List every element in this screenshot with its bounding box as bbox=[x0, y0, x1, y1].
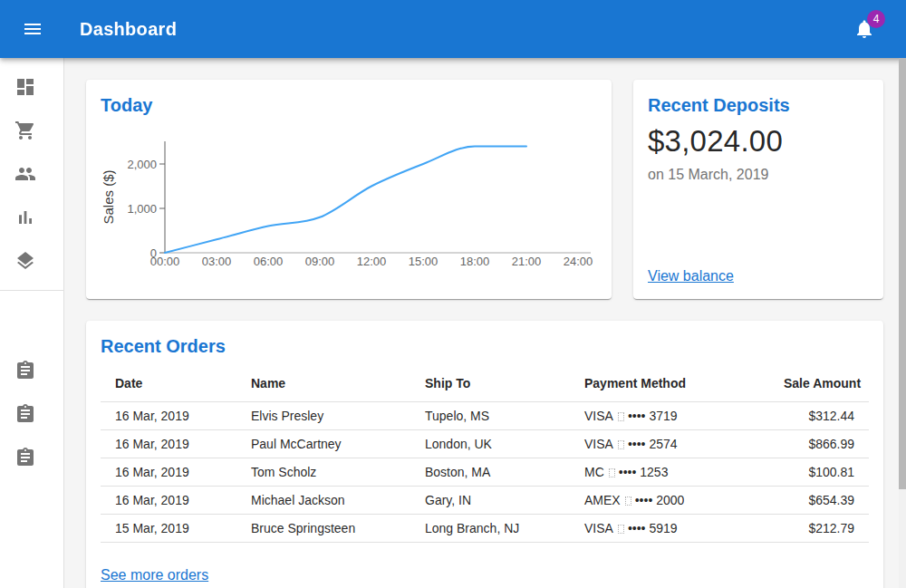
order-date: 16 Mar, 2019 bbox=[101, 487, 236, 515]
vertical-scrollbar-thumb[interactable] bbox=[899, 58, 906, 489]
deposits-spacer bbox=[648, 186, 869, 267]
chart-y-axis-label: Sales ($) bbox=[101, 169, 116, 224]
order-amount: $100.81 bbox=[769, 458, 869, 487]
sidebar-item-assignment[interactable] bbox=[0, 349, 63, 392]
assignment-icon bbox=[14, 447, 36, 468]
see-more-orders-link[interactable]: See more orders bbox=[101, 566, 208, 583]
order-date: 15 Mar, 2019 bbox=[101, 515, 236, 543]
recent-orders-title: Recent Orders bbox=[101, 335, 869, 357]
order-name: Bruce Springsteen bbox=[236, 515, 410, 543]
order-date: 16 Mar, 2019 bbox=[101, 402, 236, 430]
missing-glyph-box bbox=[618, 525, 624, 534]
order-name: Elvis Presley bbox=[236, 402, 410, 430]
svg-text:1,000: 1,000 bbox=[127, 202, 157, 216]
notifications-badge: 4 bbox=[867, 10, 885, 28]
missing-glyph-box bbox=[618, 440, 624, 449]
column-header-name: Name bbox=[236, 362, 410, 402]
table-row: 15 Mar, 2019 Bruce Springsteen Long Bran… bbox=[101, 515, 869, 543]
order-ship-to: London, UK bbox=[410, 430, 570, 458]
order-payment: VISA•••• 3719 bbox=[570, 402, 769, 430]
assignment-icon bbox=[14, 360, 36, 381]
sidebar-item-dashboard[interactable] bbox=[0, 65, 63, 109]
deposit-date: on 15 March, 2019 bbox=[648, 164, 869, 186]
deposit-amount: $3,024.00 bbox=[648, 123, 869, 159]
order-name: Tom Scholz bbox=[236, 458, 410, 487]
svg-text:2,000: 2,000 bbox=[127, 158, 157, 171]
svg-text:03:00: 03:00 bbox=[202, 255, 232, 268]
sidebar-item-assignment[interactable] bbox=[0, 392, 63, 436]
order-payment: VISA•••• 5919 bbox=[570, 515, 769, 543]
svg-text:18:00: 18:00 bbox=[460, 255, 490, 268]
layers-icon bbox=[14, 250, 36, 272]
sales-line-series bbox=[165, 146, 526, 253]
order-amount: $312.44 bbox=[769, 402, 869, 430]
sidebar-item-shopping-cart[interactable] bbox=[0, 109, 63, 152]
main-content: Today 01,0002,00000:0003:0006:0009:0012:… bbox=[64, 58, 906, 588]
recent-deposits-card: Recent Deposits $3,024.00 on 15 March, 2… bbox=[633, 80, 883, 299]
order-amount: $212.79 bbox=[769, 515, 869, 543]
column-header-sale-amount: Sale Amount bbox=[769, 362, 869, 402]
sales-chart-svg: 01,0002,00000:0003:0006:0009:0012:0015:0… bbox=[101, 128, 597, 271]
table-row: 16 Mar, 2019 Elvis Presley Tupelo, MS VI… bbox=[101, 402, 869, 430]
vertical-scrollbar-track bbox=[899, 58, 906, 588]
orders-header-row: Date Name Ship To Payment Method Sale Am… bbox=[101, 362, 869, 402]
shopping-cart-icon bbox=[14, 120, 36, 141]
sidebar-item-assignment[interactable] bbox=[0, 436, 63, 479]
page-title: Dashboard bbox=[80, 19, 843, 40]
sidebar-subheader-space bbox=[0, 291, 63, 342]
people-icon bbox=[14, 163, 36, 185]
order-date: 16 Mar, 2019 bbox=[101, 430, 236, 458]
top-cards-row: Today 01,0002,00000:0003:0006:0009:0012:… bbox=[86, 80, 883, 299]
today-title: Today bbox=[101, 94, 597, 116]
sales-line-chart: 01,0002,00000:0003:0006:0009:0012:0015:0… bbox=[101, 128, 597, 275]
sidebar-secondary-list bbox=[0, 342, 63, 487]
svg-text:24:00: 24:00 bbox=[564, 255, 593, 268]
svg-text:00:00: 00:00 bbox=[150, 255, 180, 268]
sidebar-item-bar-chart[interactable] bbox=[0, 196, 63, 239]
order-ship-to: Gary, IN bbox=[410, 487, 570, 515]
bar-chart-icon bbox=[14, 207, 36, 228]
dashboard-icon bbox=[14, 76, 36, 98]
table-row: 16 Mar, 2019 Tom Scholz Boston, MA MC•••… bbox=[101, 458, 869, 487]
svg-text:12:00: 12:00 bbox=[357, 255, 387, 268]
svg-text:06:00: 06:00 bbox=[254, 255, 284, 268]
order-ship-to: Tupelo, MS bbox=[410, 402, 570, 430]
order-date: 16 Mar, 2019 bbox=[101, 458, 236, 487]
today-card: Today 01,0002,00000:0003:0006:0009:0012:… bbox=[86, 80, 612, 299]
sidebar-item-layers[interactable] bbox=[0, 239, 63, 283]
missing-glyph-box bbox=[618, 412, 624, 421]
recent-deposits-title: Recent Deposits bbox=[648, 94, 869, 116]
svg-text:09:00: 09:00 bbox=[305, 255, 335, 268]
order-name: Paul McCartney bbox=[236, 430, 410, 458]
table-row: 16 Mar, 2019 Paul McCartney London, UK V… bbox=[101, 430, 869, 458]
menu-button[interactable] bbox=[11, 7, 54, 51]
missing-glyph-box bbox=[625, 496, 631, 506]
app-bar: Dashboard 4 bbox=[0, 0, 906, 58]
sidebar-item-people[interactable] bbox=[0, 152, 63, 196]
menu-icon bbox=[22, 18, 43, 40]
orders-table: Date Name Ship To Payment Method Sale Am… bbox=[101, 362, 869, 543]
sidebar bbox=[0, 58, 64, 588]
order-amount: $654.39 bbox=[769, 487, 869, 515]
svg-text:15:00: 15:00 bbox=[409, 255, 439, 268]
recent-orders-card: Recent Orders Date Name Ship To Payment … bbox=[86, 321, 883, 588]
column-header-payment-method: Payment Method bbox=[570, 362, 769, 402]
notifications-button[interactable]: 4 bbox=[843, 7, 886, 51]
order-name: Michael Jackson bbox=[236, 487, 410, 515]
order-payment: VISA•••• 2574 bbox=[570, 430, 769, 458]
column-header-ship-to: Ship To bbox=[410, 362, 570, 402]
svg-text:21:00: 21:00 bbox=[512, 255, 542, 268]
order-ship-to: Boston, MA bbox=[410, 458, 570, 487]
order-ship-to: Long Branch, NJ bbox=[410, 515, 570, 543]
view-balance-link[interactable]: View balance bbox=[648, 268, 734, 284]
column-header-date: Date bbox=[101, 362, 236, 402]
order-amount: $866.99 bbox=[769, 430, 869, 458]
missing-glyph-box bbox=[609, 468, 615, 477]
table-row: 16 Mar, 2019 Michael Jackson Gary, IN AM… bbox=[101, 487, 869, 515]
sidebar-main-list bbox=[0, 58, 63, 290]
order-payment: MC•••• 1253 bbox=[570, 458, 769, 487]
order-payment: AMEX•••• 2000 bbox=[570, 487, 769, 515]
assignment-icon bbox=[14, 403, 36, 425]
